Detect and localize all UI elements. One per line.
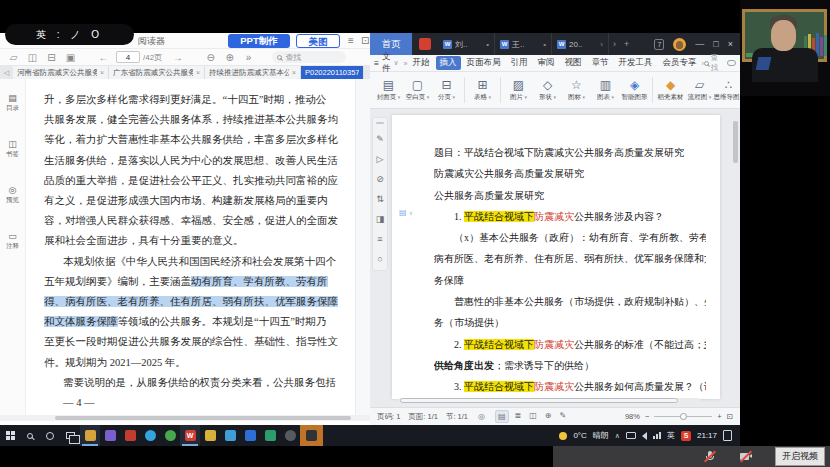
ribbon-button-图标[interactable]: ☆图标 ▾: [563, 79, 590, 102]
ime-status-pill[interactable]: 英 : ノ O: [5, 24, 134, 45]
palette-tool-icon-0[interactable]: ✎: [376, 135, 384, 144]
cortana-icon[interactable]: [40, 425, 60, 446]
wps-document-tab[interactable]: W20..›: [552, 33, 609, 55]
weather-label[interactable]: 晴朗: [593, 430, 609, 441]
minimize-button[interactable]: —: [695, 39, 704, 49]
view-mode-icon-2[interactable]: ◫: [527, 410, 539, 423]
zoom-out-icon[interactable]: ⊖: [201, 52, 220, 63]
photos-app-icon[interactable]: [220, 425, 240, 446]
ribbon-button-封面页[interactable]: ▤封面页 ▾: [375, 79, 402, 102]
zoom-in-icon[interactable]: ⊕: [220, 52, 239, 63]
horizontal-scrollbar[interactable]: [398, 398, 700, 403]
clock[interactable]: 21:17: [697, 431, 717, 440]
start-video-button[interactable]: 开启视频: [775, 447, 825, 466]
maximize-button[interactable]: □: [713, 39, 718, 49]
ribbon-button-形状[interactable]: ◇形状 ▾: [534, 79, 561, 102]
copy-icon[interactable]: ▣: [61, 52, 80, 63]
scrollbar-thumb[interactable]: [400, 398, 678, 403]
ribbon-button-图片[interactable]: ▨图片 ▾: [505, 79, 532, 102]
menu-icon[interactable]: ≡: [348, 35, 354, 46]
tray-expand-icon[interactable]: ∧: [615, 432, 620, 440]
palette-tool-icon-5[interactable]: ≡: [377, 235, 382, 244]
blue-app-icon[interactable]: [240, 425, 260, 446]
pdf-document-tab[interactable]: 广东省防震减灾公共服务供×: [109, 66, 205, 79]
ribbon-button-图表[interactable]: ▥图表 ▾: [592, 79, 619, 102]
temperature-label[interactable]: 0°C: [573, 431, 586, 440]
more-tools-icon[interactable]: »: [239, 52, 258, 63]
zoom-percentage[interactable]: 98%: [625, 412, 640, 421]
pdf-sidebar-item-注释[interactable]: ▭注释: [6, 231, 19, 251]
view-mode-icon-3[interactable]: ⊕: [543, 410, 554, 423]
dark-app-icon[interactable]: [280, 425, 300, 446]
avatar[interactable]: [673, 38, 686, 51]
command-search[interactable]: 查找: [704, 53, 721, 73]
close-button[interactable]: ×: [728, 39, 733, 49]
wps-document-tab[interactable]: W王..•: [495, 33, 552, 55]
network-signal-icon[interactable]: [653, 432, 661, 439]
expand-icon[interactable]: ⊡: [361, 35, 369, 46]
green-app-icon[interactable]: [160, 425, 180, 446]
zoom-in-button[interactable]: +: [717, 412, 721, 421]
save-icon[interactable]: ◫: [23, 52, 42, 63]
tab-close-icon[interactable]: ×: [100, 69, 104, 76]
ribbon-button-分页[interactable]: ⊟分页 ▾: [433, 79, 460, 102]
camera-off-icon[interactable]: [739, 450, 753, 463]
palette-tool-icon-2[interactable]: ⊘: [376, 175, 384, 184]
speaker-icon[interactable]: [642, 432, 647, 440]
tab-close-icon[interactable]: ×: [292, 69, 296, 76]
pdf-sidebar-item-预览[interactable]: ◎预览: [6, 185, 19, 205]
sogou-ime-icon[interactable]: S: [681, 431, 691, 441]
pdf-sidebar-item-目录[interactable]: ▤目录: [6, 93, 19, 113]
view-mode-icon-1[interactable]: ≣: [513, 410, 524, 423]
action-center-icon[interactable]: [723, 430, 732, 441]
scrollbar-thumb[interactable]: [733, 121, 738, 163]
cloud-sync-icon[interactable]: [727, 60, 735, 66]
palette-tool-icon-1[interactable]: ▷: [377, 155, 384, 164]
pdf-document-tab[interactable]: 河南省防震减灾公共服务能×: [13, 66, 109, 79]
menu-item-引用[interactable]: 引用: [507, 56, 532, 70]
new-tab-button[interactable]: +: [624, 39, 629, 49]
palette-tool-icon-4[interactable]: ◨: [376, 215, 385, 224]
scrollbar-thumb[interactable]: [55, 416, 351, 420]
red-app-icon[interactable]: [120, 425, 140, 446]
pdf-app-icon[interactable]: [419, 38, 431, 50]
ribbon-button-流程图[interactable]: ▱流程图 ▾: [686, 79, 713, 102]
task-view-icon[interactable]: [60, 425, 80, 446]
menu-item-开始[interactable]: 开始: [409, 56, 434, 70]
zoom-out-button[interactable]: −: [645, 412, 649, 421]
ribbon-button-稻壳素材[interactable]: ◆稻壳素材: [657, 79, 684, 102]
menu-item-审阅[interactable]: 审阅: [534, 56, 559, 70]
tab-close-icon[interactable]: ×: [196, 69, 200, 76]
search-input[interactable]: 查找: [272, 51, 346, 63]
menu-item-章节[interactable]: 章节: [588, 56, 613, 70]
next-page-button[interactable]: →: [168, 52, 187, 63]
wps-office-icon[interactable]: W: [180, 425, 200, 446]
pdf-sidebar-item-书签[interactable]: ◫书签: [6, 139, 19, 159]
print-icon[interactable]: ⊟: [42, 52, 61, 63]
map-app-icon[interactable]: [260, 425, 280, 446]
fullscreen-icon[interactable]: ⊡: [727, 412, 733, 421]
prev-page-button[interactable]: ←: [94, 52, 113, 63]
menu-item-页面布局[interactable]: 页面布局: [463, 56, 505, 70]
edge-browser-icon[interactable]: [140, 425, 160, 446]
ppt-make-button[interactable]: PPT制作: [228, 34, 290, 48]
search-icon[interactable]: [20, 425, 40, 446]
vertical-scrollbar[interactable]: [733, 113, 738, 393]
ribbon-button-智能图形[interactable]: ◈智能图形: [621, 79, 648, 102]
palette-drag-handle[interactable]: [376, 122, 384, 124]
microphone-muted-icon[interactable]: [703, 450, 717, 463]
paragraph-marker-icon[interactable]: ▤ ∨: [399, 208, 413, 217]
spellcheck-eye-icon[interactable]: ◎: [476, 411, 487, 422]
menu-item-插入[interactable]: 插入: [436, 56, 461, 70]
zoom-slider-knob[interactable]: [680, 413, 687, 420]
menu-item-会员专享[interactable]: 会员专享: [659, 56, 701, 70]
palette-tool-icon-3[interactable]: ⇅: [376, 195, 384, 204]
file-explorer-icon[interactable]: [80, 425, 100, 446]
ribbon-button-表格[interactable]: ⊞表格 ▾: [469, 79, 496, 102]
menu-item-开发工具[interactable]: 开发工具: [615, 56, 657, 70]
zoom-slider[interactable]: [654, 416, 712, 417]
pdf-horizontal-scrollbar[interactable]: [0, 415, 370, 421]
view-mode-icon-0[interactable]: ▤: [495, 410, 509, 423]
weather-icon[interactable]: [559, 432, 567, 440]
open-file-icon[interactable]: ▱: [4, 52, 23, 63]
